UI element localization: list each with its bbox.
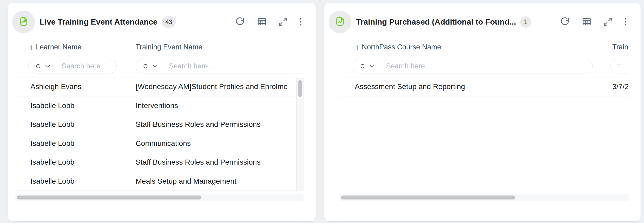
table-row[interactable]: Isabelle Lobb Interventions bbox=[15, 96, 295, 115]
refresh-button[interactable] bbox=[560, 16, 570, 28]
vertical-scrollbar-thumb[interactable] bbox=[298, 80, 302, 97]
table-row[interactable]: Isabelle Lobb Staff Business Roles and P… bbox=[15, 153, 295, 172]
widget-title: Live Training Event Attendance bbox=[40, 17, 158, 26]
column-header-training[interactable]: Traini bbox=[612, 42, 628, 52]
table-icon bbox=[256, 16, 267, 28]
record-count-badge: 1 bbox=[520, 16, 531, 28]
search-box-northpass-course-name: C bbox=[353, 59, 593, 73]
report-icon-circle bbox=[329, 11, 351, 33]
record-count-badge: 43 bbox=[162, 16, 176, 28]
widget-header: Live Training Event Attendance 43 bbox=[8, 3, 316, 40]
table-row[interactable]: Isabelle Lobb Meals Setup and Management bbox=[15, 172, 295, 191]
filter-operator-label: C bbox=[36, 63, 40, 69]
cell-training-event-name: Staff Business Roles and Permissions bbox=[136, 153, 261, 172]
refresh-icon bbox=[560, 16, 570, 28]
sort-ascending-icon: ↑ bbox=[30, 43, 33, 51]
expand-icon bbox=[278, 17, 288, 27]
report-chart-icon bbox=[17, 15, 30, 29]
filter-operator-button[interactable]: C bbox=[360, 63, 374, 69]
filter-operator-button[interactable]: C bbox=[36, 63, 50, 69]
table-row[interactable]: Ashleigh Evans [Wednesday AM]Student Pro… bbox=[15, 77, 295, 96]
expand-button[interactable] bbox=[278, 17, 288, 27]
filter-operator-label: C bbox=[360, 63, 365, 69]
expand-button[interactable] bbox=[603, 17, 613, 27]
chevron-down-icon bbox=[628, 65, 628, 68]
sort-ascending-icon: ↑ bbox=[356, 43, 359, 51]
horizontal-scrollbar-thumb[interactable] bbox=[341, 196, 515, 199]
kebab-menu-icon bbox=[624, 16, 627, 28]
cell-northpass-course-name: Assessment Setup and Reporting bbox=[355, 77, 465, 96]
cell-training-event-name: [Wednesday AM]Student Profiles and Enrol… bbox=[136, 77, 288, 96]
vertical-scrollbar[interactable] bbox=[296, 78, 303, 191]
chevron-down-icon bbox=[370, 65, 374, 68]
report-chart-icon bbox=[334, 15, 346, 29]
horizontal-scrollbar[interactable] bbox=[339, 194, 629, 201]
table-icon bbox=[581, 16, 592, 28]
search-input-learner-name[interactable] bbox=[61, 62, 116, 71]
cell-learner-name: Ashleigh Evans bbox=[30, 77, 81, 96]
horizontal-scrollbar-thumb[interactable] bbox=[17, 196, 201, 199]
grid-viewport: ↑NorthPass Course Name Traini C = Assess… bbox=[339, 41, 628, 191]
search-input-northpass-course-name[interactable] bbox=[385, 62, 592, 71]
show-table-button[interactable] bbox=[581, 16, 592, 28]
filter-operator-label: = bbox=[616, 62, 621, 70]
refresh-icon bbox=[235, 16, 245, 28]
widget-training-purchased: Training Purchased (Additional to Found.… bbox=[324, 3, 641, 221]
column-header-northpass-course-name[interactable]: ↑NorthPass Course Name bbox=[356, 42, 441, 52]
cell-training-event-name: Meals Setup and Management bbox=[136, 172, 236, 191]
chevron-down-icon bbox=[45, 65, 50, 68]
cell-learner-name: Isabelle Lobb bbox=[30, 115, 75, 134]
cell-training-event-name: Staff Business Roles and Permissions bbox=[136, 115, 261, 134]
table-row[interactable]: Isabelle Lobb Staff Business Roles and P… bbox=[15, 115, 295, 134]
grid-body: Assessment Setup and Reporting 3/7/2 bbox=[339, 77, 628, 96]
cell-training-event-name: Interventions bbox=[136, 96, 178, 115]
search-box-training-event-name: C bbox=[136, 59, 303, 73]
filter-operator-label: C bbox=[143, 63, 148, 69]
search-box-learner-name: C bbox=[28, 59, 117, 73]
widget-actions bbox=[560, 16, 627, 28]
widget-actions bbox=[235, 16, 302, 28]
grid-viewport: ↑Learner Name Training Event Name C C As… bbox=[15, 41, 303, 191]
show-table-button[interactable] bbox=[256, 16, 267, 28]
cell-learner-name: Isabelle Lobb bbox=[30, 96, 75, 115]
cell-training-event-name: Communications bbox=[136, 134, 191, 153]
filter-operator-button[interactable]: = bbox=[616, 63, 628, 70]
more-menu-button[interactable] bbox=[299, 16, 302, 28]
widget-live-training-event-attendance: Live Training Event Attendance 43 bbox=[8, 3, 316, 221]
table-row[interactable]: Isabelle Lobb Communications bbox=[15, 134, 295, 153]
horizontal-scrollbar[interactable] bbox=[15, 194, 303, 201]
widget-title: Training Purchased (Additional to Found.… bbox=[356, 17, 516, 26]
expand-icon bbox=[603, 17, 613, 27]
cell-training-date: 3/7/2 bbox=[612, 77, 628, 96]
cell-learner-name: Isabelle Lobb bbox=[30, 153, 75, 172]
report-icon-circle bbox=[12, 11, 35, 33]
grid-body: Ashleigh Evans [Wednesday AM]Student Pro… bbox=[15, 77, 295, 191]
kebab-menu-icon bbox=[299, 16, 302, 28]
search-input-training-event-name[interactable] bbox=[168, 62, 303, 71]
cell-learner-name: Isabelle Lobb bbox=[30, 134, 75, 153]
search-box-training: = bbox=[610, 59, 628, 73]
chevron-down-icon bbox=[153, 65, 157, 68]
cell-learner-name: Isabelle Lobb bbox=[30, 172, 75, 191]
column-header-learner-name[interactable]: ↑Learner Name bbox=[30, 42, 81, 52]
filter-operator-button[interactable]: C bbox=[143, 63, 157, 69]
column-header-training-event-name[interactable]: Training Event Name bbox=[136, 42, 203, 52]
more-menu-button[interactable] bbox=[624, 16, 627, 28]
refresh-button[interactable] bbox=[235, 16, 245, 28]
table-row[interactable]: Assessment Setup and Reporting 3/7/2 bbox=[339, 77, 628, 96]
widget-header: Training Purchased (Additional to Found.… bbox=[324, 3, 641, 40]
